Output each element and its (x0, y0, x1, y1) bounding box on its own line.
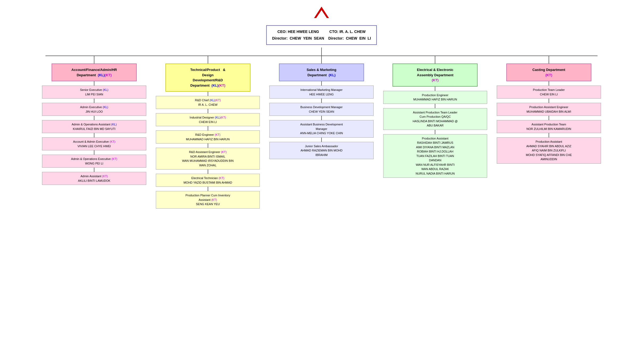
dept-col-account: Account/Finance/Admin/HRDepartment (KL)(… (39, 56, 149, 185)
staff-box-tech-5: Electrical Technician (KT)MOHD YAZID BUS… (156, 174, 260, 187)
staff-box-account-1: Senior Executive (KL)LIM PEI SIAN (42, 86, 146, 99)
staff-box-sales-3: Assistant Business DevelopmentManagerANN… (269, 120, 374, 138)
connector (549, 116, 549, 120)
staff-box-account-2: Admin Executive (KL)JIN HUI LOO (42, 103, 146, 116)
dept-header-sales: Sales & MarketingDepartment (KL) (279, 64, 364, 81)
logo-area (8, 5, 635, 20)
staff-box-sales-2: Business Development ManagerCHEW YEIN SE… (269, 103, 374, 116)
connector (435, 104, 435, 108)
staff-box-cast-4: Production AssistantAHMAD SYAHIR BIN ABD… (497, 137, 601, 164)
dept-col-technical: Technical/Product &DesignDevelopment/R&D… (153, 56, 262, 209)
dept-header-casting: Casting Department(KT) (506, 64, 591, 81)
ceo-box-wrapper: CEO: HEE HWEE LENG CTO: IR. A. L. CHEW D… (266, 25, 377, 45)
ceo-line2: Director: CHEW YEIN SEAN Director: CHEW … (272, 35, 371, 42)
staff-box-cast-1: Production Team LeaderCHEW EIN LI (497, 86, 601, 99)
departments-container: Account/Finance/Admin/HRDepartment (KL)(… (39, 56, 604, 209)
dept-technical-title: Technical/Product &DesignDevelopment/R&D… (190, 68, 226, 87)
connector (94, 168, 94, 172)
staff-box-tech-6: Production Planner Cum InventoryAssistan… (156, 191, 260, 209)
connector (321, 99, 322, 103)
dept-header-technical: Technical/Product &DesignDevelopment/R&D… (165, 64, 250, 92)
connector (94, 81, 94, 86)
connector (549, 133, 549, 137)
staff-box-tech-2: Industrial Designer (KL)(KT)CHEW EIN LI (156, 113, 260, 126)
connector (208, 143, 208, 148)
dept-col-sales: Sales & MarketingDepartment (KL) Interna… (267, 56, 376, 159)
connector (321, 138, 322, 142)
org-structure: CEO: HEE HWEE LENG CTO: IR. A. L. CHEW D… (8, 25, 635, 209)
connector (321, 116, 322, 120)
ceo-vertical-connector (321, 48, 322, 56)
technical-staff-list: R&D Chief (KL)(KT)IR A. L. CHEW Industri… (153, 92, 262, 209)
staff-box-tech-4: R&D Assistant Engineer (KT)NOR AMIRA BIN… (156, 148, 260, 170)
company-logo-icon (314, 5, 329, 20)
dept-sales-title: Sales & MarketingDepartment (KL) (307, 68, 336, 77)
connector (208, 170, 208, 174)
staff-box-cast-3: Assistant Production TeamNOR ZULHILMI BI… (497, 120, 601, 133)
connector (435, 130, 435, 134)
page-wrapper: CEO: HEE HWEE LENG CTO: IR. A. L. CHEW D… (0, 0, 643, 364)
connector (435, 87, 435, 91)
technical-top-connector (208, 56, 208, 64)
dept-header-account: Account/Finance/Admin/HRDepartment (KL)(… (52, 64, 137, 81)
staff-box-account-5: Admin & Operations Executive (KT)WONG PE… (42, 155, 146, 168)
connector (549, 81, 549, 86)
ceo-box: CEO: HEE HWEE LENG CTO: IR. A. L. CHEW D… (266, 25, 377, 45)
dept-col-casting: Casting Department(KT) Production Team L… (494, 56, 604, 164)
electrical-top-connector (435, 56, 435, 64)
staff-box-elec-3: Production AssistantRASHIDAH BINTI JAMRU… (383, 134, 487, 178)
staff-box-elec-2: Assistant Production Team LeaderCum Prod… (383, 108, 487, 130)
staff-box-cast-2: Production Assistant EngineerMUHAMMAD UB… (497, 103, 601, 116)
staff-box-account-4: Account & Admin Executive (KT)VIVIAN LEE… (42, 137, 146, 150)
dept-header-electrical: Electrical & ElectronicAssembly Departme… (393, 64, 478, 87)
sales-top-connector (321, 56, 322, 64)
connector (208, 109, 208, 113)
connector (321, 81, 322, 86)
svg-marker-0 (314, 7, 329, 18)
main-horizontal-connector (45, 56, 597, 56)
dept-electrical-title: Electrical & ElectronicAssembly Departme… (417, 68, 453, 82)
staff-box-sales-4: Junior Sales AmbassadorAHMAD RAZIEMAN BI… (269, 142, 374, 159)
connector (94, 99, 94, 103)
casting-top-connector (549, 56, 549, 64)
dept-casting-title: Casting Department(KT) (532, 68, 565, 77)
staff-box-account-3: Admin & Operations Assistant (KL)KHAIRUL… (42, 120, 146, 133)
electrical-staff-list: Production EngineerMUHAMMAD HAFIZ BIN HA… (380, 87, 490, 178)
sales-staff-list: International Marketing ManagerHEE HWEE … (267, 81, 376, 159)
account-top-connector (94, 56, 94, 64)
staff-box-elec-1: Production EngineerMUHAMMAD HAFIZ BIN HA… (383, 91, 487, 104)
casting-staff-list: Production Team LeaderCHEW EIN LI Produc… (494, 81, 604, 164)
staff-box-tech-1: R&D Chief (KL)(KT)IR A. L. CHEW (156, 96, 260, 109)
connector (208, 187, 208, 191)
account-staff-list: Senior Executive (KL)LIM PEI SIAN Admin … (39, 81, 149, 185)
connector (208, 126, 208, 130)
staff-box-account-6: Admin Assistant (KT)AKLILI BINTI LAMUDOK (42, 172, 146, 185)
connector (208, 92, 208, 96)
connector (94, 150, 94, 155)
ceo-line1: CEO: HEE HWEE LENG CTO: IR. A. L. CHEW (272, 28, 371, 35)
staff-box-tech-3: R&D Engineer (KT)MUHAMMAD HAFIZ BIN HARU… (156, 130, 260, 143)
dept-account-title: Account/Finance/Admin/HRDepartment (KL)(… (72, 68, 117, 77)
connector (94, 116, 94, 120)
connector (549, 99, 549, 103)
dept-col-electrical: Electrical & ElectronicAssembly Departme… (380, 56, 490, 178)
connector (94, 133, 94, 137)
staff-box-sales-1: International Marketing ManagerHEE HWEE … (269, 86, 374, 99)
